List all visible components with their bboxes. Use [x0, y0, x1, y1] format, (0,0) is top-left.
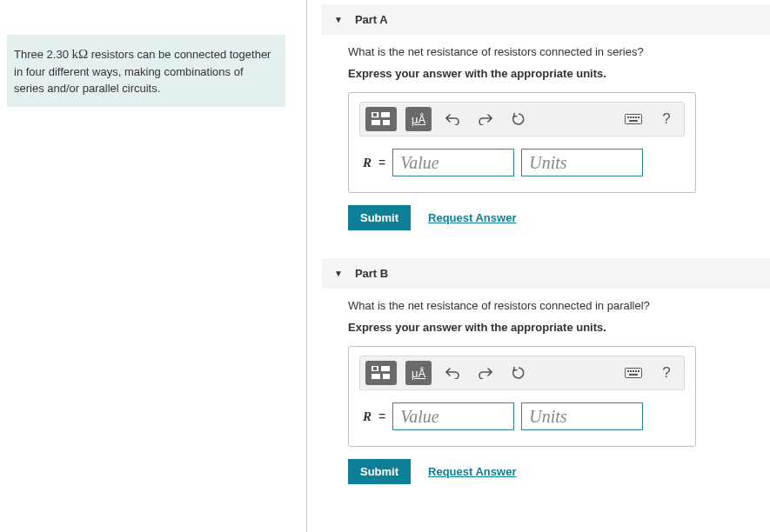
svg-rect-17	[626, 369, 642, 378]
svg-rect-4	[383, 120, 390, 125]
chevron-down-icon: ▼	[334, 269, 343, 278]
redo-icon[interactable]	[473, 108, 498, 130]
part-b-actions: Submit Request Answer	[348, 459, 770, 484]
svg-rect-2	[381, 112, 390, 117]
part-b-question: What is the net resistance of resistors …	[348, 299, 770, 312]
svg-rect-7	[630, 116, 632, 118]
svg-rect-8	[633, 116, 634, 118]
svg-rect-1	[373, 113, 377, 116]
variable-label: R	[363, 409, 372, 424]
value-input[interactable]: Value	[392, 402, 514, 430]
part-b-header[interactable]: ▼ Part B	[322, 258, 770, 289]
units-input[interactable]: Units	[521, 402, 643, 430]
problem-statement: Three 2.30 kΩ resistors can be connected…	[7, 35, 285, 107]
left-column: Three 2.30 kΩ resistors can be connected…	[0, 0, 305, 532]
part-b-toolbar: μÅ ?	[359, 356, 685, 390]
equals-sign: =	[378, 156, 385, 170]
vertical-divider	[306, 0, 307, 532]
units-icon[interactable]: μÅ	[405, 107, 432, 131]
part-a-actions: Submit Request Answer	[348, 205, 770, 230]
part-b-title: Part B	[355, 267, 388, 280]
svg-rect-14	[381, 366, 390, 371]
svg-rect-9	[635, 116, 637, 118]
svg-rect-11	[629, 120, 638, 122]
part-a-title: Part A	[355, 13, 388, 26]
submit-button[interactable]: Submit	[348, 205, 411, 230]
units-icon[interactable]: μÅ	[405, 361, 432, 385]
chevron-down-icon: ▼	[334, 15, 343, 24]
problem-text-pre: Three 2.30	[14, 48, 72, 61]
part-a-instruction: Express your answer with the appropriate…	[348, 67, 770, 80]
svg-rect-5	[626, 115, 642, 124]
keyboard-icon[interactable]	[621, 108, 646, 130]
part-b-inputs: R = Value Units	[359, 402, 685, 430]
svg-rect-15	[372, 374, 380, 379]
help-icon[interactable]: ?	[654, 362, 679, 384]
part-a-question: What is the net resistance of resistors …	[348, 45, 770, 58]
undo-icon[interactable]	[440, 108, 465, 130]
keyboard-icon[interactable]	[621, 362, 646, 384]
part-b-body: What is the net resistance of resistors …	[322, 299, 770, 496]
part-b-instruction: Express your answer with the appropriate…	[348, 321, 770, 334]
part-a-toolbar: μÅ ?	[359, 102, 685, 136]
svg-rect-20	[633, 370, 634, 372]
variable-label: R	[363, 156, 372, 170]
part-a-header[interactable]: ▼ Part A	[322, 4, 770, 35]
svg-rect-21	[635, 370, 637, 372]
template-icon[interactable]	[365, 361, 397, 385]
svg-rect-6	[627, 116, 629, 118]
right-column: ▼ Part A What is the net resistance of r…	[322, 0, 770, 496]
reset-icon[interactable]	[506, 362, 531, 384]
equals-sign: =	[378, 409, 385, 423]
part-a-answer-frame: μÅ ? R = Value	[348, 92, 696, 193]
svg-rect-10	[638, 116, 639, 118]
svg-rect-13	[373, 367, 377, 370]
svg-rect-18	[627, 370, 629, 372]
value-input[interactable]: Value	[392, 149, 514, 176]
submit-button[interactable]: Submit	[348, 459, 411, 484]
help-icon[interactable]: ?	[654, 108, 679, 130]
request-answer-link[interactable]: Request Answer	[428, 211, 516, 224]
reset-icon[interactable]	[506, 108, 531, 130]
units-input[interactable]: Units	[521, 149, 643, 176]
svg-rect-19	[630, 370, 632, 372]
svg-rect-3	[372, 120, 380, 125]
redo-icon[interactable]	[473, 362, 498, 384]
template-icon[interactable]	[365, 107, 397, 131]
part-b-answer-frame: μÅ ? R = Value	[348, 346, 696, 447]
undo-icon[interactable]	[440, 362, 465, 384]
request-answer-link[interactable]: Request Answer	[428, 465, 516, 478]
svg-rect-16	[383, 374, 390, 379]
svg-rect-22	[638, 370, 639, 372]
svg-rect-23	[629, 374, 638, 376]
part-a-body: What is the net resistance of resistors …	[322, 45, 770, 243]
part-a-inputs: R = Value Units	[359, 149, 685, 176]
unit-kohm: kΩ	[72, 47, 89, 61]
